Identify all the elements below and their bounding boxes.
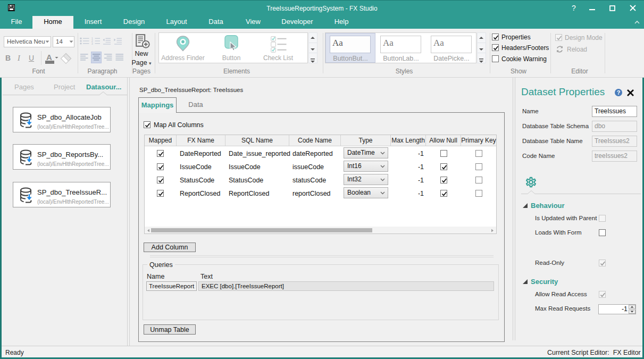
svg-text:3: 3 [91, 42, 93, 45]
